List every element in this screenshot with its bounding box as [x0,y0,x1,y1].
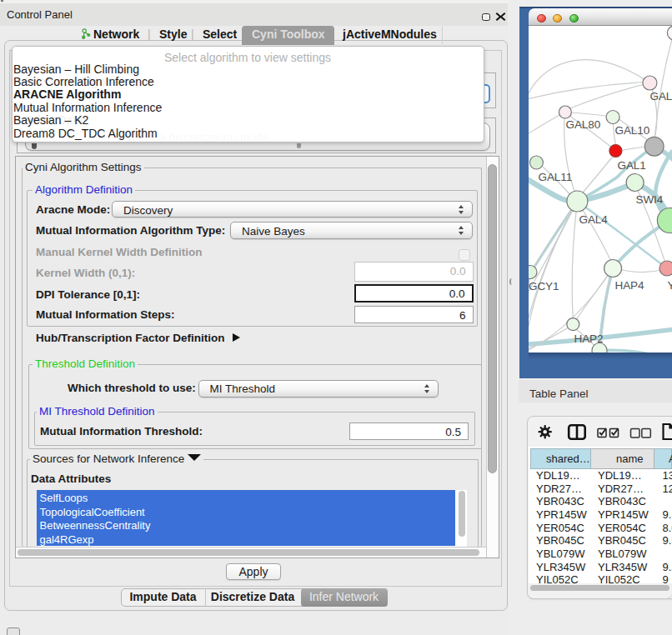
svg-text:GAL11: GAL11 [538,171,572,183]
svg-text:HAP4: HAP4 [614,279,644,292]
svg-text:GAL7: GAL7 [649,90,672,102]
svg-text:GAL1: GAL1 [617,159,645,172]
svg-text:HAP2: HAP2 [574,332,603,345]
svg-text:GAL10: GAL10 [614,124,649,137]
svg-text:YEL: YEL [667,279,672,292]
svg-text:SWI4: SWI4 [635,192,663,205]
svg-text:GCY1: GCY1 [529,280,559,292]
svg-text:GAL80: GAL80 [565,118,600,131]
svg-text:GAL4: GAL4 [579,213,608,226]
